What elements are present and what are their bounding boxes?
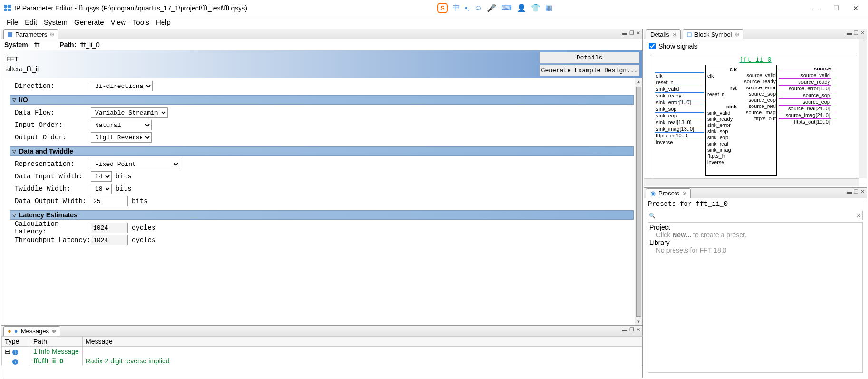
info-icon: i (12, 350, 18, 355)
col-type[interactable]: Type (2, 337, 30, 347)
menu-file[interactable]: File (4, 17, 21, 27)
window-maximize-button[interactable]: ☐ (833, 4, 839, 12)
direction-select[interactable]: Bi-directional (91, 81, 153, 91)
table-row[interactable]: ⊟ i 1 Info Message (2, 347, 642, 357)
search-icon: 🔍 (648, 213, 656, 219)
col-path[interactable]: Path (30, 337, 83, 347)
ime-face-icon[interactable]: ☺ (474, 4, 482, 12)
panel-close-button[interactable]: ✕ (860, 189, 865, 195)
msg-path: 1 Info Message (30, 347, 83, 357)
tab-presets[interactable]: ◉ Presets⊗ (646, 188, 691, 198)
left-internal-ports: clkclk rstreset_n sinksink_validsink_rea… (707, 67, 739, 165)
vertical-scrollbar[interactable]: ▲ ▼ (635, 78, 642, 325)
system-name: fft (34, 41, 39, 49)
msg-text: Radix-2 digit reverse implied (83, 356, 642, 366)
tab-parameters[interactable]: Parameters ⊗ (3, 29, 58, 39)
panel-minimize-button[interactable]: ▬ (622, 327, 627, 333)
tab-messages[interactable]: ●● Messages ⊗ (3, 326, 60, 336)
bits-unit: bits (116, 173, 132, 180)
menu-view[interactable]: View (108, 17, 129, 27)
tab-block-symbol[interactable]: Block Symbol⊗ (683, 29, 743, 39)
collapse-icon: ▽ (12, 149, 16, 154)
dataflow-select[interactable]: Variable Streaming (91, 107, 168, 118)
scroll-thumb[interactable] (636, 87, 641, 317)
details-button[interactable]: Details (540, 52, 639, 63)
table-row[interactable]: i fft.fft_ii_0 Radix-2 digit reverse imp… (2, 356, 642, 366)
inputorder-select[interactable]: Natural (91, 120, 152, 130)
panel-restore-button[interactable]: ❐ (629, 327, 634, 333)
info-icon: i (12, 359, 18, 365)
data-output-width-input[interactable] (91, 196, 128, 206)
section-latency[interactable]: ▽Latency Estimates (10, 210, 634, 220)
window-title: IP Parameter Editor - fft.qsys (F:\progr… (14, 4, 247, 12)
throughput-latency-input (91, 235, 128, 245)
menu-tools[interactable]: Tools (130, 17, 152, 27)
ime-lang-icon[interactable]: 中 (453, 3, 460, 13)
panel-restore-button[interactable]: ❐ (629, 30, 634, 36)
ime-shirt-icon[interactable]: 👕 (531, 3, 540, 12)
section-data-twiddle[interactable]: ▽Data and Twiddle (10, 146, 634, 156)
parameters-body: Direction: Bi-directional ▽I/O Data Flow… (1, 78, 642, 325)
tab-messages-label: Messages (21, 328, 49, 335)
dataflow-label: Data Flow: (15, 109, 91, 117)
representation-select[interactable]: Fixed Point (91, 159, 180, 169)
panel-minimize-button[interactable]: ▬ (847, 189, 852, 195)
window-titlebar: IP Parameter Editor - fft.qsys (F:\progr… (0, 0, 868, 16)
panel-restore-button[interactable]: ❐ (854, 30, 858, 36)
msg-text (83, 347, 642, 357)
tab-details-label: Details (650, 31, 669, 38)
scroll-down-icon[interactable]: ▼ (635, 318, 642, 325)
outputorder-select[interactable]: Digit Reverse (91, 132, 152, 143)
scroll-up-icon[interactable]: ▲ (635, 78, 642, 86)
close-icon[interactable]: ⊗ (52, 328, 56, 334)
presets-search[interactable]: 🔍 ✕ (648, 211, 863, 220)
menu-system[interactable]: System (41, 17, 70, 27)
ime-person-icon[interactable]: 👤 (517, 3, 526, 12)
vertical-scrollbar[interactable] (859, 39, 867, 178)
menu-edit[interactable]: Edit (22, 17, 40, 27)
window-minimize-button[interactable]: — (813, 4, 820, 12)
close-icon[interactable]: ⊗ (682, 190, 686, 196)
tab-presets-label: Presets (658, 190, 679, 197)
panel-close-button[interactable]: ✕ (636, 30, 640, 36)
tab-details[interactable]: Details⊗ (646, 29, 681, 39)
twiddle-width-select[interactable]: 18 (91, 184, 112, 194)
generate-example-button[interactable]: Generate Example Design... (540, 65, 639, 76)
col-message[interactable]: Message (83, 337, 642, 347)
bits-unit: bits (116, 185, 132, 193)
parameters-icon (8, 32, 12, 37)
ime-grid-icon[interactable]: ▦ (545, 3, 552, 12)
ime-mic-icon[interactable]: 🎤 (487, 3, 496, 12)
panel-close-button[interactable]: ✕ (636, 327, 640, 333)
svg-text:S: S (440, 4, 444, 12)
calc-latency-input (91, 223, 128, 233)
close-icon[interactable]: ⊗ (50, 31, 54, 38)
close-icon[interactable]: ⊗ (672, 31, 676, 38)
show-signals-checkbox[interactable] (649, 43, 656, 49)
path-value: fft_ii_0 (80, 41, 100, 49)
presets-list: Project Click New... to create a preset.… (648, 222, 863, 373)
section-io[interactable]: ▽I/O (10, 95, 634, 105)
menu-help[interactable]: Help (153, 17, 174, 27)
close-icon[interactable]: ⊗ (735, 31, 739, 38)
clear-icon[interactable]: ✕ (855, 212, 862, 219)
panel-close-button[interactable]: ✕ (860, 30, 865, 36)
svg-rect-3 (8, 9, 11, 11)
ip-header: FFT altera_fft_ii Details Generate Examp… (1, 50, 642, 78)
panel-minimize-button[interactable]: ▬ (847, 30, 852, 36)
panel-restore-button[interactable]: ❐ (854, 189, 858, 195)
menu-generate[interactable]: Generate (71, 17, 107, 27)
presets-search-input[interactable] (656, 212, 855, 219)
messages-table: Type Path Message ⊟ i 1 Info Message i f… (1, 336, 642, 378)
panel-minimize-button[interactable]: ▬ (622, 30, 627, 36)
cycles-unit: cycles (132, 224, 155, 232)
ime-keyboard-icon[interactable]: ⌨ (501, 3, 512, 12)
block-icon (687, 32, 692, 37)
window-close-button[interactable]: ✕ (853, 4, 858, 12)
ime-punct-icon[interactable]: •, (465, 4, 470, 12)
data-input-width-select[interactable]: 14 (91, 171, 112, 182)
tab-parameters-label: Parameters (15, 31, 47, 38)
inputorder-label: Input Order: (15, 121, 91, 129)
horizontal-scrollbar[interactable] (644, 178, 859, 186)
throughput-latency-label: Throughput Latency: (15, 236, 91, 244)
